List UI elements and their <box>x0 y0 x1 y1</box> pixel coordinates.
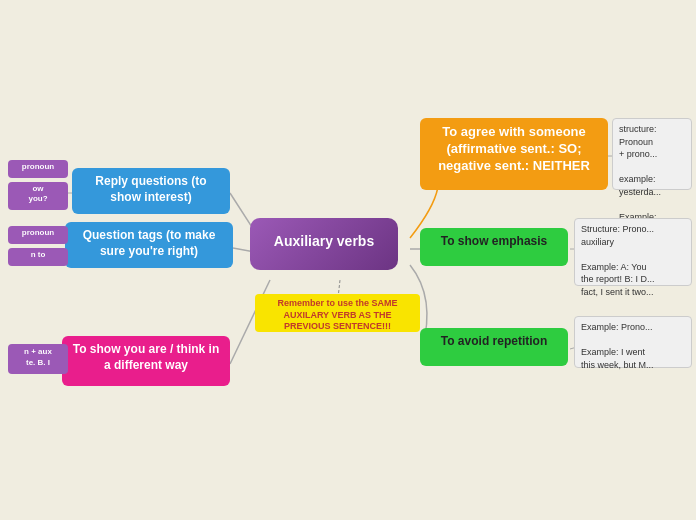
think-different-label: To show you are / think in a different w… <box>73 342 219 372</box>
center-label: Auxiliary verbs <box>274 233 374 249</box>
pronoun-tag-2: pronoun <box>8 226 68 244</box>
n-to-tag: n to <box>8 248 68 266</box>
how-you-tag: owyou? <box>8 182 68 210</box>
question-tags-label: Question tags (to make sure you're right… <box>83 228 216 258</box>
center-node: Auxiliary verbs <box>250 218 398 270</box>
pronoun-tag-1: pronoun <box>8 160 68 178</box>
agree-someone-label: To agree with someone (affirmative sent.… <box>438 124 590 173</box>
note-text: Remember to use the SAME AUXILARY VERB A… <box>277 298 397 331</box>
think-different-node[interactable]: To show you are / think in a different w… <box>62 336 230 386</box>
avoid-repetition-label: To avoid repetition <box>441 334 547 348</box>
agree-someone-node[interactable]: To agree with someone (affirmative sent.… <box>420 118 608 190</box>
aux-tag: n + auxte. B. I <box>8 344 68 374</box>
question-tags-node[interactable]: Question tags (to make sure you're right… <box>65 222 233 268</box>
show-emphasis-node[interactable]: To show emphasis <box>420 228 568 266</box>
avoid-repetition-node[interactable]: To avoid repetition <box>420 328 568 366</box>
note-box: Remember to use the SAME AUXILARY VERB A… <box>255 294 420 332</box>
agree-info-box: structure: Pronoun+ prono...example:yest… <box>612 118 692 190</box>
show-emphasis-label: To show emphasis <box>441 234 547 248</box>
emphasis-info-box: Structure: Prono... auxiliaryExample: A:… <box>574 218 692 286</box>
repetition-info-box: Example: Prono...Example: I wentthis wee… <box>574 316 692 368</box>
reply-questions-label: Reply questions (to show interest) <box>95 174 206 204</box>
reply-questions-node[interactable]: Reply questions (to show interest) <box>72 168 230 214</box>
